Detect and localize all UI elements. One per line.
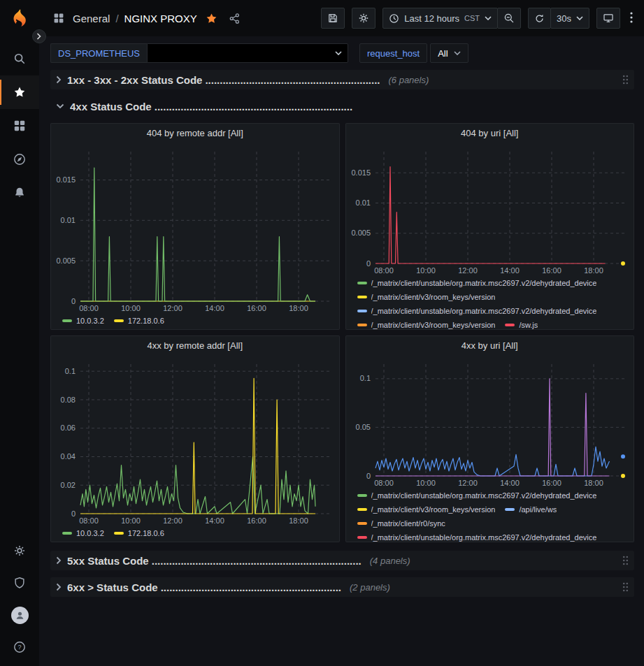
- legend-item[interactable]: /_matrix/client/v3/room_keys/version: [357, 290, 496, 304]
- legend-item[interactable]: 10.0.3.2: [62, 526, 104, 540]
- sidebar-item-search[interactable]: [0, 42, 39, 75]
- svg-text:0: 0: [366, 472, 370, 480]
- drag-handle-icon[interactable]: [615, 75, 629, 85]
- sidebar-item-server-admin[interactable]: [0, 567, 39, 599]
- row-title-dots: ........................................…: [152, 555, 362, 567]
- drag-handle-icon[interactable]: [615, 556, 629, 565]
- svg-text:12:00: 12:00: [163, 304, 183, 312]
- top-navbar: General / NGINX PROXY Last 12 hours C: [0, 0, 644, 36]
- legend-label: 10.0.3.2: [76, 526, 104, 540]
- save-dashboard-button[interactable]: [321, 8, 345, 29]
- legend-item[interactable]: /_matrix/client/unstable/org.matrix.msc2…: [357, 530, 597, 542]
- dashboard-row-5xx[interactable]: 5xx Status Code ........................…: [50, 551, 634, 570]
- bell-icon: [13, 187, 26, 199]
- svg-text:0.05: 0.05: [355, 423, 370, 431]
- kebab-icon: [630, 12, 633, 23]
- legend-item[interactable]: /_matrix/client/unstable/org.matrix.msc2…: [357, 276, 597, 290]
- row-title: 5xx Status Code: [67, 555, 149, 567]
- sidebar-item-explore[interactable]: [0, 143, 39, 176]
- refresh-button[interactable]: [528, 8, 551, 29]
- chevron-right-icon: [56, 75, 62, 84]
- shield-icon: [13, 577, 26, 589]
- svg-text:0.02: 0.02: [61, 481, 76, 489]
- svg-text:12:00: 12:00: [458, 266, 478, 275]
- legend-marker: [357, 508, 367, 511]
- legend-label: /_matrix/client/unstable/org.matrix.msc2…: [371, 276, 597, 290]
- legend-item[interactable]: /api/live/ws: [505, 502, 557, 516]
- breadcrumb-separator: /: [115, 13, 118, 24]
- legend-item[interactable]: /sw.js: [505, 318, 538, 329]
- dashboard-row-6xx[interactable]: 6xx > Status Code ......................…: [50, 577, 634, 597]
- chevron-down-icon: [56, 103, 64, 109]
- svg-text:18:00: 18:00: [289, 516, 308, 525]
- dashboard-row-1xx-3xx-2xx[interactable]: 1xx - 3xx - 2xx Status Code ............…: [50, 70, 634, 89]
- favorite-star-icon[interactable]: [203, 10, 220, 27]
- legend-item[interactable]: /_matrix/client/v3/room_keys/version: [357, 318, 496, 329]
- panel-title[interactable]: 404 by remote addr [All]: [51, 124, 339, 143]
- svg-text:0.06: 0.06: [61, 424, 76, 432]
- legend-item[interactable]: 172.18.0.6: [114, 314, 164, 328]
- svg-text:16:00: 16:00: [247, 304, 266, 312]
- svg-text:?: ?: [17, 644, 21, 651]
- svg-text:0: 0: [366, 259, 370, 268]
- svg-text:0.1: 0.1: [359, 374, 370, 382]
- row-panel-count: (2 panels): [350, 582, 390, 593]
- dashboard-row-4xx[interactable]: 4xx Status Code ........................…: [50, 96, 634, 116]
- sidebar-item-profile[interactable]: [0, 599, 39, 631]
- refresh-interval-label: 30s: [557, 13, 571, 24]
- svg-text:14:00: 14:00: [205, 516, 224, 525]
- dashboard-settings-button[interactable]: [352, 8, 375, 29]
- svg-text:10:00: 10:00: [416, 479, 436, 487]
- legend-item[interactable]: /_matrix/client/r0/sync: [357, 516, 445, 530]
- legend-label: /sw.js: [519, 318, 538, 329]
- dashboard-title[interactable]: NGINX PROXY: [124, 13, 197, 24]
- kebab-menu-button[interactable]: [627, 10, 636, 27]
- legend-item[interactable]: 10.0.3.2: [62, 314, 104, 328]
- svg-text:16:00: 16:00: [542, 266, 561, 275]
- share-alt-icon[interactable]: [226, 10, 243, 27]
- svg-text:0.1: 0.1: [65, 367, 76, 375]
- refresh-interval-picker[interactable]: 30s: [550, 8, 589, 29]
- panel-title[interactable]: 4xx by uri [All]: [346, 336, 634, 356]
- drag-handle-icon[interactable]: [615, 582, 629, 592]
- sidebar-item-help[interactable]: ?: [0, 631, 39, 663]
- navbar-actions: Last 12 hours CST 30s: [321, 8, 636, 29]
- legend-marker: [357, 494, 367, 497]
- breadcrumb-folder[interactable]: General: [73, 13, 110, 24]
- datasource-value-select[interactable]: [147, 43, 348, 63]
- panel-404-by-uri: 404 by uri [All] 08:0010:0012:0014:0016:…: [345, 123, 635, 330]
- request-host-value-select[interactable]: All: [430, 43, 468, 63]
- legend-item[interactable]: 172.18.0.6: [114, 526, 164, 540]
- sidebar-item-starred[interactable]: [0, 75, 39, 109]
- svg-text:14:00: 14:00: [500, 479, 520, 487]
- svg-text:18:00: 18:00: [289, 304, 308, 312]
- svg-text:0.01: 0.01: [355, 198, 370, 207]
- grafana-logo-icon: [10, 8, 29, 28]
- timeseries-chart[interactable]: 08:0010:0012:0014:0016:0018:0000.0050.01…: [346, 143, 634, 276]
- svg-text:14:00: 14:00: [205, 304, 224, 312]
- sidebar-item-alerting[interactable]: [0, 176, 39, 210]
- panel-title[interactable]: 404 by uri [All]: [346, 124, 634, 143]
- gear-icon: [13, 544, 26, 557]
- expand-sidebar-button[interactable]: [32, 29, 46, 43]
- panel-title[interactable]: 4xx by remote addr [All]: [51, 336, 339, 356]
- timeseries-chart[interactable]: 08:0010:0012:0014:0016:0018:0000.020.040…: [51, 356, 339, 526]
- legend-item[interactable]: /_matrix/client/unstable/org.matrix.msc2…: [357, 304, 597, 318]
- timeseries-chart[interactable]: 08:0010:0012:0014:0016:0018:0000.050.1: [346, 356, 634, 488]
- legend-marker: [357, 296, 367, 298]
- time-range-picker[interactable]: Last 12 hours CST: [382, 8, 498, 29]
- legend-marker: [114, 532, 124, 535]
- legend-marker: [505, 324, 515, 326]
- timeseries-chart[interactable]: 08:0010:0012:0014:0016:0018:0000.0050.01…: [51, 143, 339, 314]
- legend-marker: [62, 319, 72, 322]
- legend-item[interactable]: /_matrix/client/unstable/org.matrix.msc2…: [357, 488, 597, 502]
- legend-item[interactable]: /_matrix/client/v3/room_keys/version: [357, 502, 496, 516]
- grafana-logo[interactable]: [0, 8, 39, 28]
- sidebar-item-configuration[interactable]: [0, 535, 39, 567]
- sidebar-item-dashboards[interactable]: [0, 109, 39, 143]
- chart-svg: 08:0010:0012:0014:0016:0018:0000.0050.01…: [346, 143, 634, 276]
- chevron-down-icon: [335, 51, 342, 55]
- cycle-view-mode-button[interactable]: [596, 8, 620, 29]
- zoom-out-button[interactable]: [497, 8, 521, 29]
- row-title-dots: ........................................…: [155, 101, 352, 113]
